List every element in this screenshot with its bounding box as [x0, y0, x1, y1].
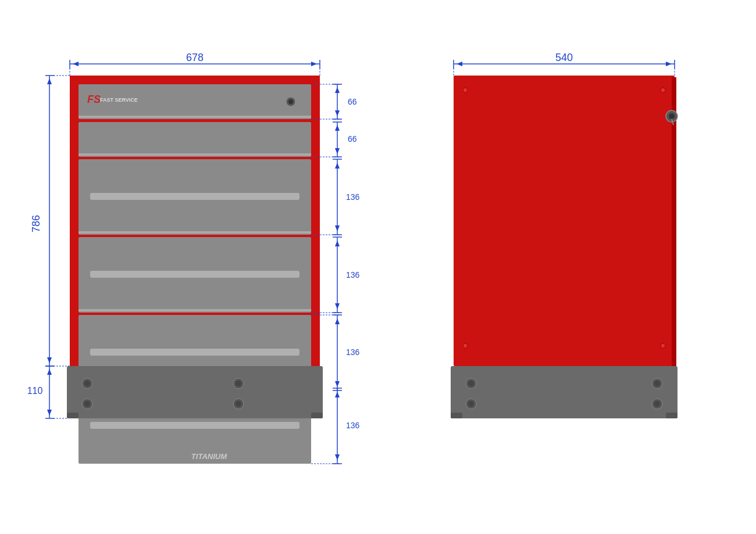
- svg-text:FAST SERVICE: FAST SERVICE: [100, 97, 138, 103]
- svg-point-29: [84, 401, 90, 407]
- svg-rect-120: [451, 413, 462, 418]
- svg-text:136: 136: [346, 270, 360, 279]
- svg-marker-55: [47, 369, 52, 375]
- svg-rect-102: [454, 76, 675, 366]
- svg-text:540: 540: [555, 52, 573, 63]
- svg-marker-125: [457, 62, 462, 66]
- svg-text:FS: FS: [87, 94, 101, 105]
- svg-point-119: [654, 401, 660, 407]
- svg-text:136: 136: [346, 421, 360, 430]
- svg-point-33: [236, 401, 241, 407]
- svg-point-105: [661, 88, 665, 92]
- svg-text:786: 786: [30, 215, 42, 232]
- svg-point-109: [669, 113, 675, 119]
- svg-marker-39: [73, 62, 79, 66]
- svg-rect-35: [311, 413, 323, 418]
- svg-point-27: [84, 381, 90, 386]
- svg-marker-78: [335, 225, 340, 231]
- svg-point-31: [236, 381, 241, 386]
- svg-point-106: [463, 343, 468, 348]
- svg-text:136: 136: [346, 347, 360, 357]
- svg-marker-63: [335, 110, 340, 116]
- svg-rect-8: [79, 116, 311, 118]
- svg-rect-18: [90, 349, 299, 356]
- svg-point-115: [468, 401, 474, 407]
- svg-rect-12: [90, 193, 299, 200]
- svg-text:678: 678: [186, 52, 204, 63]
- svg-point-7: [288, 99, 293, 104]
- svg-rect-34: [67, 413, 79, 418]
- svg-marker-56: [47, 410, 52, 415]
- svg-marker-91: [335, 318, 340, 324]
- svg-text:136: 136: [346, 192, 360, 202]
- svg-point-113: [468, 381, 474, 386]
- svg-rect-111: [451, 366, 677, 418]
- svg-marker-85: [335, 303, 340, 309]
- svg-rect-121: [666, 413, 677, 418]
- svg-point-104: [463, 88, 468, 92]
- svg-marker-98: [335, 392, 340, 397]
- svg-text:66: 66: [348, 134, 357, 144]
- svg-marker-84: [335, 241, 340, 246]
- svg-marker-70: [335, 125, 340, 131]
- svg-rect-16: [79, 309, 311, 311]
- svg-marker-47: [47, 78, 52, 84]
- svg-marker-71: [335, 148, 340, 154]
- svg-text:110: 110: [27, 386, 43, 396]
- svg-marker-62: [335, 87, 340, 93]
- svg-text:TITANIUM: TITANIUM: [191, 452, 227, 461]
- svg-point-107: [661, 343, 665, 348]
- svg-rect-21: [90, 422, 299, 429]
- svg-marker-126: [666, 62, 672, 66]
- svg-marker-40: [311, 62, 317, 66]
- svg-rect-25: [67, 366, 323, 418]
- svg-marker-77: [335, 163, 340, 169]
- svg-rect-13: [79, 231, 311, 234]
- svg-rect-23: [70, 76, 79, 366]
- svg-text:66: 66: [348, 97, 357, 106]
- svg-marker-99: [335, 454, 340, 460]
- svg-marker-92: [335, 381, 340, 387]
- svg-rect-10: [79, 153, 311, 156]
- svg-point-117: [654, 381, 660, 386]
- svg-marker-48: [47, 357, 52, 363]
- page: FS FAST SERVICE TITANIUM: [0, 0, 756, 534]
- svg-rect-15: [90, 271, 299, 278]
- svg-rect-9: [79, 122, 311, 157]
